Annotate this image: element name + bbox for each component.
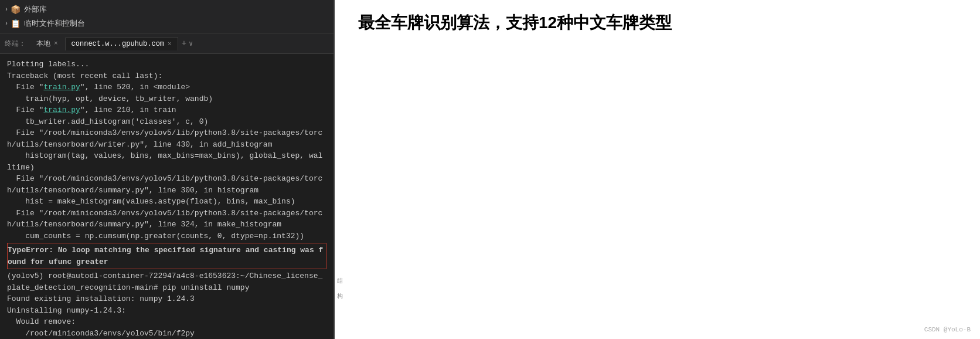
- terminal-line: File "/root/miniconda3/envs/yolov5/lib/p…: [7, 208, 326, 230]
- terminal-line: Traceback (most recent call last):: [7, 70, 326, 82]
- right-panel: 最全车牌识别算法，支持12种中文车牌类型 CSDN @YoLo-B 结 构: [335, 0, 980, 339]
- arrow-icon-2: ›: [5, 21, 8, 27]
- tab-local-close[interactable]: ×: [54, 40, 58, 47]
- tab-connect-label: connect.w...gpuhub.com: [72, 40, 164, 48]
- terminal-line: (yolov5) root@autodl-container-722947a4c…: [7, 270, 326, 293]
- arrow-icon: ›: [5, 6, 8, 13]
- terminal-line: Would remove:: [7, 316, 326, 328]
- tab-local-label: 本地: [36, 39, 50, 49]
- left-panel: › 📦 外部库 › 📋 临时文件和控制台 终端： 本地 × connect.w.…: [0, 0, 334, 339]
- terminal-label: 终端：: [5, 39, 26, 49]
- side-markers: 结 构: [335, 0, 344, 339]
- console-icon: 📋: [11, 19, 21, 29]
- terminal-line: File "train.py", line 520, in <module>: [7, 82, 326, 93]
- terminal-tabs-bar: 终端： 本地 × connect.w...gpuhub.com × + ∨: [0, 33, 334, 54]
- terminal-line: File "/root/miniconda3/envs/yolov5/lib/p…: [7, 173, 326, 196]
- tab-add-button[interactable]: +: [182, 39, 186, 48]
- file-link[interactable]: train.py: [43, 83, 80, 91]
- terminal-line: Uninstalling numpy-1.24.3:: [7, 305, 326, 317]
- terminal-line: Found existing installation: numpy 1.24.…: [7, 293, 326, 305]
- terminal-line: File "train.py", line 210, in train: [7, 104, 326, 116]
- tab-connect-close[interactable]: ×: [168, 40, 172, 48]
- file-link[interactable]: train.py: [43, 106, 80, 114]
- terminal-line: /root/miniconda3/envs/yolov5/bin/f2py: [7, 328, 326, 340]
- tree-label-temp-console: 临时文件和控制台: [24, 18, 85, 29]
- terminal-line: hist = make_histogram(values.astype(floa…: [7, 196, 326, 208]
- terminal-line: histogram(tag, values, bins, max_bins=ma…: [7, 150, 326, 173]
- terminal-line: tb_writer.add_histogram('classes', c, 0): [7, 116, 326, 128]
- file-tree: › 📦 外部库 › 📋 临时文件和控制台: [0, 0, 334, 33]
- terminal-line: File "/root/miniconda3/envs/yolov5/lib/p…: [7, 127, 326, 150]
- csdn-watermark: CSDN @YoLo-B: [924, 326, 971, 333]
- terminal-line: cum_counts = np.cumsum(np.greater(counts…: [7, 230, 326, 242]
- tab-connect[interactable]: connect.w...gpuhub.com ×: [65, 37, 178, 50]
- lib-icon: 📦: [11, 5, 21, 15]
- tree-item-temp-console[interactable]: › 📋 临时文件和控制台: [0, 16, 334, 30]
- terminal-content[interactable]: Plotting labels...Traceback (most recent…: [0, 54, 334, 339]
- side-marker-1: 结: [335, 269, 343, 277]
- article-title: 最全车牌识别算法，支持12种中文车牌类型: [358, 12, 672, 34]
- side-marker-2: 构: [335, 284, 343, 292]
- tree-label-external-lib: 外部库: [24, 4, 47, 15]
- tab-chevron-button[interactable]: ∨: [189, 39, 193, 48]
- tree-item-external-lib[interactable]: › 📦 外部库: [0, 2, 334, 16]
- error-message: TypeError: No loop matching the specifie…: [7, 243, 326, 269]
- terminal-line: train(hyp, opt, device, tb_writer, wandb…: [7, 93, 326, 105]
- terminal-line: Plotting labels...: [7, 59, 326, 70]
- tab-local[interactable]: 本地 ×: [30, 36, 64, 51]
- terminal-error-line: TypeError: No loop matching the specifie…: [7, 242, 326, 270]
